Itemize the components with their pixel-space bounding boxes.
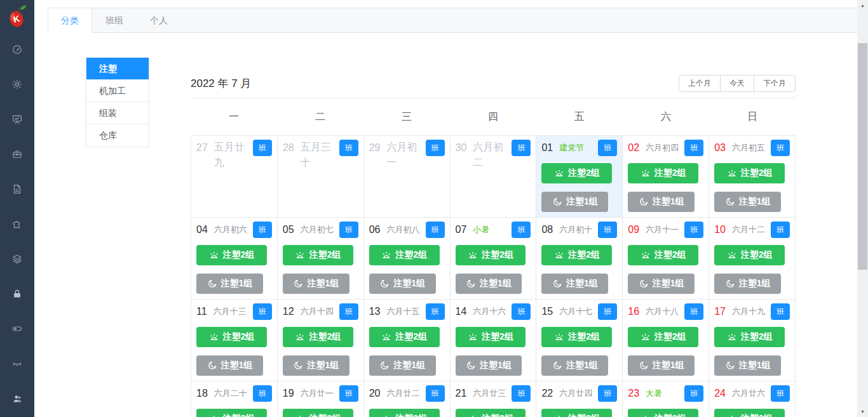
day-shift-button[interactable]: 注塑2组 <box>283 327 353 347</box>
day-shift-button[interactable]: 注塑2组 <box>369 327 440 347</box>
night-shift-button[interactable]: 注塑1组 <box>456 355 522 376</box>
day-shift-button[interactable]: 注塑2组 <box>456 409 526 417</box>
night-shift-button[interactable]: 注塑1组 <box>196 355 263 376</box>
shift-badge[interactable]: 班 <box>253 385 272 402</box>
calendar-cell[interactable]: 12六月十四班注塑2组注塑1组 <box>278 300 364 381</box>
shift-badge[interactable]: 班 <box>771 385 790 402</box>
day-shift-button[interactable]: 注塑2组 <box>369 409 440 417</box>
night-shift-button[interactable]: 注塑1组 <box>456 274 522 294</box>
dashboard-icon[interactable] <box>11 44 23 55</box>
night-shift-button[interactable]: 注塑1组 <box>628 355 695 376</box>
prev-month-button[interactable]: 上个月 <box>679 75 721 92</box>
shift-badge[interactable]: 班 <box>598 222 617 238</box>
today-button[interactable]: 今天 <box>720 75 754 92</box>
shift-badge[interactable]: 班 <box>771 140 790 156</box>
calendar-cell[interactable]: 30六月初二班 <box>451 136 537 218</box>
scrollbar-thumb[interactable] <box>858 43 867 270</box>
day-shift-button[interactable]: 注塑2组 <box>456 245 526 265</box>
night-shift-button[interactable]: 注塑1组 <box>714 192 781 212</box>
day-shift-button[interactable]: 注塑2组 <box>714 163 785 183</box>
tab-team[interactable]: 班组 <box>92 8 137 33</box>
shift-badge[interactable]: 班 <box>684 385 703 402</box>
calendar-cell[interactable]: 03六月初五班注塑2组注塑1组 <box>709 136 796 218</box>
day-shift-button[interactable]: 注塑2组 <box>283 409 353 417</box>
toggle-icon[interactable] <box>11 323 23 334</box>
day-shift-button[interactable]: 注塑2组 <box>628 163 698 183</box>
calendar-cell[interactable]: 15六月十七班注塑2组注塑1组 <box>536 300 623 381</box>
night-shift-button[interactable]: 注塑1组 <box>196 274 263 294</box>
day-shift-button[interactable]: 注塑2组 <box>541 163 612 183</box>
calendar-cell[interactable]: 13六月十五班注塑2组注塑1组 <box>364 300 451 381</box>
calendar-cell[interactable]: 07小暑班注塑2组注塑1组 <box>451 218 537 300</box>
tab-personal[interactable]: 个人 <box>137 8 181 33</box>
night-shift-button[interactable]: 注塑1组 <box>714 274 781 294</box>
calendar-cell[interactable]: 28五月三十班 <box>278 136 364 218</box>
calendar-cell[interactable]: 09六月十一班注塑2组注塑1组 <box>623 218 709 300</box>
day-shift-button[interactable]: 注塑2组 <box>196 245 267 265</box>
night-shift-button[interactable]: 注塑1组 <box>283 355 349 376</box>
calendar-cell[interactable]: 16六月十八班注塑2组注塑1组 <box>623 300 709 381</box>
day-shift-button[interactable]: 注塑2组 <box>714 245 785 265</box>
night-shift-button[interactable]: 注塑1组 <box>369 274 436 294</box>
calendar-cell[interactable]: 29六月初一班 <box>364 136 451 218</box>
calendar-cell[interactable]: 27五月廿九班 <box>191 136 278 218</box>
shift-badge[interactable]: 班 <box>512 222 531 238</box>
calendar-cell[interactable]: 05六月初七班注塑2组注塑1组 <box>278 218 364 300</box>
category-item-injection[interactable]: 注塑 <box>86 58 149 80</box>
shift-badge[interactable]: 班 <box>512 140 531 156</box>
calendar-cell[interactable]: 19六月廿一班注塑2组注塑1组 <box>278 381 364 417</box>
calendar-cell[interactable]: 20六月廿二班注塑2组注塑1组 <box>364 381 451 417</box>
shift-badge[interactable]: 班 <box>426 303 445 320</box>
shift-badge[interactable]: 班 <box>339 385 358 402</box>
shift-badge[interactable]: 班 <box>426 222 445 238</box>
vertical-scrollbar[interactable]: ▲ ▼ <box>857 0 868 417</box>
calendar-cell[interactable]: 02六月初四班注塑2组注塑1组 <box>623 136 709 218</box>
night-shift-button[interactable]: 注塑1组 <box>541 192 608 212</box>
calendar-cell[interactable]: 21六月廿三班注塑2组注塑1组 <box>451 381 537 417</box>
calendar-cell[interactable]: 18六月二十班注塑2组注塑1组 <box>191 381 278 417</box>
shift-badge[interactable]: 班 <box>684 303 703 320</box>
shift-badge[interactable]: 班 <box>684 222 703 238</box>
calendar-cell[interactable]: 04六月初六班注塑2组注塑1组 <box>191 218 278 300</box>
day-shift-button[interactable]: 注塑2组 <box>541 327 612 347</box>
shift-badge[interactable]: 班 <box>339 303 358 320</box>
shift-badge[interactable]: 班 <box>771 222 790 238</box>
category-item-assembly[interactable]: 组装 <box>86 102 149 124</box>
day-shift-button[interactable]: 注塑2组 <box>714 409 785 417</box>
calendar-cell[interactable]: 06六月初八班注塑2组注塑1组 <box>364 218 451 300</box>
night-shift-button[interactable]: 注塑1组 <box>541 355 608 376</box>
layers-icon[interactable] <box>11 253 23 265</box>
shift-badge[interactable]: 班 <box>598 385 617 402</box>
night-shift-button[interactable]: 注塑1组 <box>628 274 695 294</box>
category-item-warehouse[interactable]: 仓库 <box>86 124 149 147</box>
monitor-chart-icon[interactable] <box>11 114 23 125</box>
day-shift-button[interactable]: 注塑2组 <box>628 245 698 265</box>
night-shift-button[interactable]: 注塑1组 <box>369 355 436 376</box>
day-shift-button[interactable]: 注塑2组 <box>541 245 612 265</box>
calendar-cell[interactable]: 17六月十九班注塑2组注塑1组 <box>709 300 796 381</box>
shift-badge[interactable]: 班 <box>684 140 703 156</box>
calendar-cell[interactable]: 22六月廿四班注塑2组注塑1组 <box>536 381 623 417</box>
night-shift-button[interactable]: 注塑1组 <box>628 192 695 212</box>
calendar-cell[interactable]: 23大暑班注塑2组注塑1组 <box>623 381 709 417</box>
shift-badge[interactable]: 班 <box>426 140 445 156</box>
shift-badge[interactable]: 班 <box>339 140 358 156</box>
scroll-down-icon[interactable]: ▼ <box>857 406 868 417</box>
eye-closed-icon[interactable] <box>11 358 23 369</box>
users-icon[interactable] <box>11 393 23 404</box>
day-shift-button[interactable]: 注塑2组 <box>628 327 698 347</box>
shift-badge[interactable]: 班 <box>512 385 531 402</box>
briefcase-icon[interactable] <box>11 149 23 160</box>
shift-badge[interactable]: 班 <box>512 303 531 320</box>
night-shift-button[interactable]: 注塑1组 <box>714 355 781 376</box>
calendar-cell[interactable]: 08六月初十班注塑2组注塑1组 <box>536 218 623 300</box>
shift-badge[interactable]: 班 <box>253 140 272 156</box>
day-shift-button[interactable]: 注塑2组 <box>196 409 267 417</box>
calendar-cell[interactable]: 01建党节班注塑2组注塑1组 <box>536 136 623 218</box>
next-month-button[interactable]: 下个月 <box>754 75 796 92</box>
calendar-cell[interactable]: 11六月十三班注塑2组注塑1组 <box>191 300 278 381</box>
scroll-up-icon[interactable]: ▲ <box>857 0 868 11</box>
shift-badge[interactable]: 班 <box>426 385 445 402</box>
day-shift-button[interactable]: 注塑2组 <box>369 245 440 265</box>
shift-badge[interactable]: 班 <box>771 303 790 320</box>
